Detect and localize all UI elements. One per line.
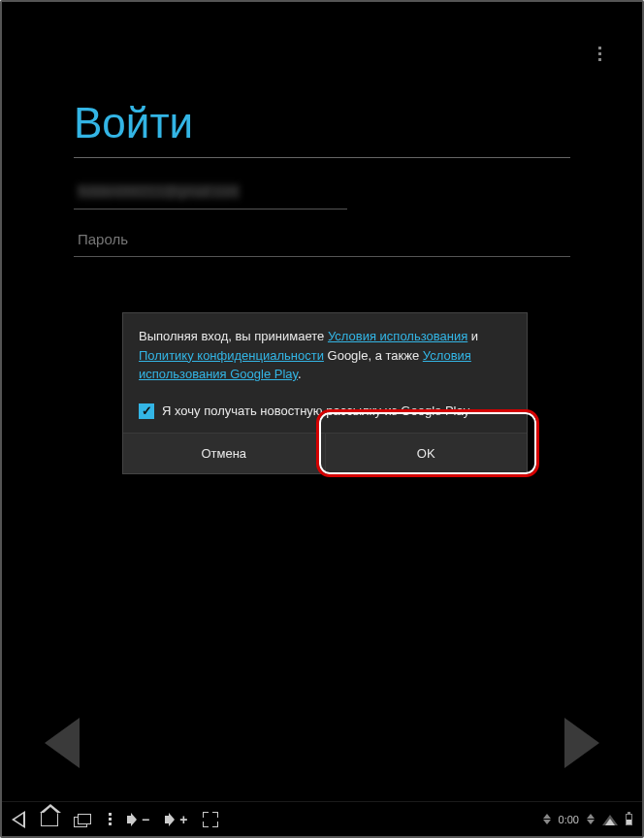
network-activity-icon (543, 814, 551, 824)
ok-button[interactable]: OK (326, 434, 528, 473)
battery-icon (626, 814, 632, 825)
next-arrow-icon[interactable] (564, 718, 599, 768)
cancel-button-label: Отмена (201, 446, 246, 461)
login-form: Войти hidden000211@gmail.com Пароль (74, 99, 570, 271)
dialog-text: Выполняя вход, вы принимаете Условия исп… (123, 313, 527, 396)
dialog-text-part: . (298, 367, 302, 381)
dialog-buttons: Отмена OK (123, 433, 527, 473)
volume-up-icon[interactable]: + (165, 812, 187, 827)
password-input[interactable]: Пароль (74, 223, 570, 257)
dialog-text-part: Google, а также (324, 348, 423, 363)
back-icon[interactable] (12, 811, 25, 828)
login-title: Войти (74, 99, 570, 157)
ok-button-label: OK (417, 446, 435, 461)
prev-arrow-icon[interactable] (45, 718, 80, 768)
device-screen: Войти hidden000211@gmail.com Пароль Выпо… (0, 0, 644, 838)
screenshot-icon[interactable] (203, 812, 218, 827)
tos-link[interactable]: Условия использования (328, 329, 467, 343)
navigation-bar: − + 0:00 (2, 801, 642, 836)
clock: 0:00 (559, 814, 579, 825)
menu-dots-icon[interactable] (109, 813, 112, 825)
dialog-text-part: Выполняя вход, вы принимаете (139, 329, 328, 343)
wifi-icon (602, 814, 618, 825)
status-area[interactable]: 0:00 (543, 814, 632, 825)
recent-apps-icon[interactable] (74, 812, 93, 827)
slideshow-arrows (45, 718, 599, 768)
divider (74, 157, 570, 158)
signal-icon (587, 814, 595, 824)
cancel-button[interactable]: Отмена (123, 434, 326, 473)
email-input[interactable]: hidden000211@gmail.com (74, 176, 347, 210)
checkbox-icon: ✓ (139, 403, 154, 419)
newsletter-checkbox-row[interactable]: ✓ Я хочу получать новостную рассылку из … (123, 396, 527, 433)
overflow-menu-icon[interactable] (598, 47, 601, 61)
terms-dialog: Выполняя вход, вы принимаете Условия исп… (122, 312, 528, 474)
dialog-text-part: и (467, 329, 478, 343)
email-value: hidden000211@gmail.com (78, 184, 240, 200)
volume-down-icon[interactable]: − (127, 812, 149, 827)
privacy-link[interactable]: Политику конфиденциальности (139, 348, 324, 363)
home-icon[interactable] (41, 813, 58, 826)
checkbox-label: Я хочу получать новостную рассылку из Go… (162, 403, 469, 418)
password-placeholder: Пароль (78, 231, 128, 247)
